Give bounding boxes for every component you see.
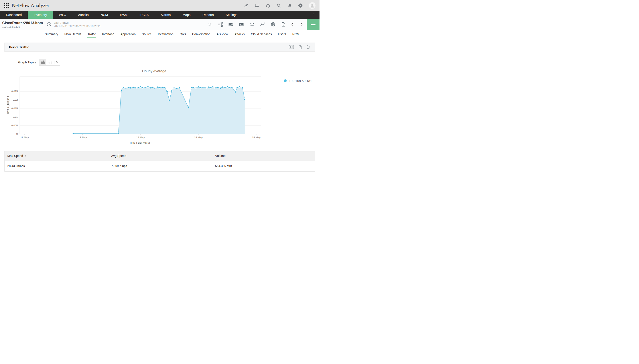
- tab-cloud-services[interactable]: Cloud Services: [248, 30, 275, 38]
- secure-terminal-icon[interactable]: [228, 22, 234, 27]
- support-headset-icon[interactable]: [266, 3, 270, 8]
- app-title: NetFlow Analyzer: [12, 3, 49, 8]
- device-traffic-chart: 00.0050.010.0150.020.02511-May12-May13-M…: [5, 74, 315, 146]
- device-ip: 192.168.50.131: [2, 26, 43, 28]
- apps-grid-icon[interactable]: [4, 3, 9, 8]
- globe-icon[interactable]: [270, 22, 276, 27]
- time-range-label: Last 7 days: [54, 21, 101, 24]
- graph-type-bar-button[interactable]: [46, 59, 53, 66]
- tab-users[interactable]: Users: [275, 30, 289, 38]
- tab-attacks[interactable]: Attacks: [231, 30, 248, 38]
- chevron-right-icon[interactable]: [299, 22, 303, 27]
- traffic-summary-table: Max Speed▲▼ Avg Speed Volume 28.433 Kibp…: [5, 151, 315, 172]
- hamburger-menu-button[interactable]: [307, 18, 320, 30]
- svg-text:13-May: 13-May: [136, 136, 145, 139]
- pdf-export-icon[interactable]: [298, 45, 302, 50]
- column-header-max-speed[interactable]: Max Speed▲▼: [5, 152, 109, 160]
- workflow-icon[interactable]: [218, 22, 223, 27]
- traffic-graph-icon[interactable]: [260, 22, 265, 27]
- nav-item-attacks[interactable]: Attacks: [72, 11, 95, 18]
- svg-text:11-May: 11-May: [21, 136, 29, 139]
- column-header-avg-speed[interactable]: Avg Speed: [109, 152, 213, 160]
- nav-item-settings[interactable]: Settings: [220, 11, 243, 18]
- svg-text:0.025: 0.025: [11, 90, 18, 93]
- tab-application[interactable]: Application: [117, 30, 139, 38]
- legend-label: 192.168.50.131: [289, 79, 312, 83]
- top-bar: NetFlow Analyzer: [0, 0, 320, 11]
- chart-title: Hourly Average: [5, 69, 304, 73]
- nav-item-wlc[interactable]: WLC: [53, 11, 72, 18]
- avg-speed-value: 7.509 Kibps: [109, 160, 213, 172]
- table-row: 28.433 Kibps 7.509 Kibps 554.366 MiB: [5, 160, 315, 172]
- terminal-icon[interactable]: [239, 22, 244, 27]
- graph-types-label: Graph Types: [18, 60, 36, 64]
- legend-dot: [284, 79, 287, 82]
- svg-text:Time ( DD-MMM ): Time ( DD-MMM ): [129, 141, 152, 144]
- time-range-selector[interactable]: Last 7 days 2021-05-11 20:23 to 2021-05-…: [46, 21, 101, 28]
- tab-flow-details[interactable]: Flow Details: [61, 30, 84, 38]
- device-subtabs: Summary Flow Details Traffic Interface A…: [0, 30, 320, 38]
- nav-item-ipam[interactable]: IPAM: [114, 11, 133, 18]
- pdf-icon[interactable]: [281, 22, 286, 27]
- graph-type-area-button[interactable]: [39, 59, 46, 66]
- nav-item-maps[interactable]: Maps: [177, 11, 196, 18]
- nav-item-alarms[interactable]: Alarms: [155, 11, 177, 18]
- nav-item-dashboard[interactable]: Dashboard: [0, 11, 28, 18]
- device-header: CiscoRouter28013.itom 192.168.50.131 Las…: [0, 18, 320, 30]
- nav-overflow-kebab-icon[interactable]: [308, 11, 320, 18]
- svg-text:0.02: 0.02: [13, 98, 18, 101]
- tab-ncm[interactable]: NCM: [289, 30, 302, 38]
- rocket-icon[interactable]: [244, 3, 249, 8]
- tab-interface[interactable]: Interface: [99, 30, 117, 38]
- nav-item-inventory[interactable]: Inventory: [28, 11, 53, 18]
- tab-conversation[interactable]: Conversation: [189, 30, 214, 38]
- svg-text:Traffic ( Mibps ): Traffic ( Mibps ): [7, 96, 10, 114]
- tab-traffic[interactable]: Traffic: [84, 30, 99, 38]
- email-icon[interactable]: [289, 45, 294, 50]
- chevron-left-icon[interactable]: [291, 22, 294, 27]
- nav-item-ncm[interactable]: NCM: [95, 11, 114, 18]
- column-header-volume[interactable]: Volume: [213, 152, 315, 160]
- max-speed-value: 28.433 Kibps: [5, 160, 109, 172]
- tab-source[interactable]: Source: [139, 30, 155, 38]
- svg-text:0: 0: [17, 132, 18, 135]
- clock-icon: [46, 22, 52, 27]
- page: NetFlow Analyzer: [0, 0, 320, 182]
- svg-text:0.01: 0.01: [13, 116, 18, 118]
- tab-qos[interactable]: QoS: [177, 30, 189, 38]
- nav-item-ipsla[interactable]: IPSLA: [134, 11, 155, 18]
- svg-text:0.005: 0.005: [11, 124, 18, 127]
- user-avatar[interactable]: [309, 2, 315, 9]
- main-nav: Dashboard Inventory WLC Attacks NCM IPAM…: [0, 11, 320, 18]
- tab-summary[interactable]: Summary: [42, 30, 61, 38]
- settings-gear-icon[interactable]: [298, 3, 303, 8]
- nav-item-reports[interactable]: Reports: [196, 11, 220, 18]
- panel-title: Device Traffic: [9, 45, 29, 49]
- alarm-icon[interactable]: [207, 22, 213, 27]
- device-name: CiscoRouter28013.itom: [2, 21, 43, 25]
- graph-type-scatter-button[interactable]: [53, 59, 60, 66]
- loop-icon[interactable]: [249, 22, 255, 27]
- tab-destination[interactable]: Destination: [155, 30, 177, 38]
- graph-types-row: Graph Types: [5, 59, 315, 66]
- device-traffic-panel-header: Device Traffic: [5, 42, 315, 52]
- sort-icon: ▲▼: [25, 155, 27, 158]
- video-tutorial-icon[interactable]: [255, 3, 260, 8]
- svg-text:14-May: 14-May: [194, 136, 203, 139]
- notifications-bell-icon[interactable]: [287, 3, 292, 8]
- volume-value: 554.366 MiB: [213, 160, 315, 172]
- chart-block: Hourly Average 00.0050.010.0150.020.0251…: [5, 69, 315, 146]
- svg-text:15-May: 15-May: [252, 136, 261, 139]
- svg-text:12-May: 12-May: [78, 136, 87, 139]
- time-range-detail: 2021-05-11 20:23 to 2021-05-18 20:23: [54, 24, 101, 28]
- search-icon[interactable]: [276, 3, 281, 8]
- tab-as-view[interactable]: AS View: [213, 30, 231, 38]
- svg-text:0.015: 0.015: [11, 107, 18, 110]
- refresh-icon[interactable]: [306, 45, 311, 50]
- legend-item[interactable]: 192.168.50.131: [284, 79, 312, 83]
